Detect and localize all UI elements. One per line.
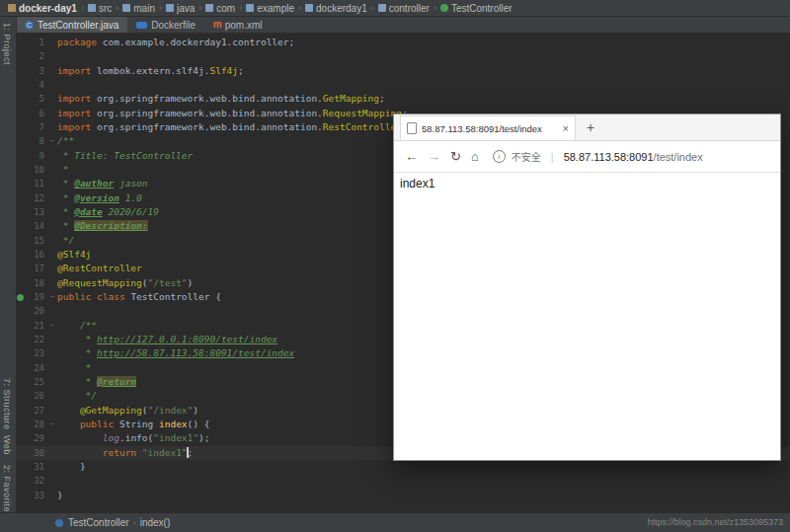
tool-button[interactable]: 2: Favorites (2, 465, 12, 517)
token: public (80, 418, 114, 429)
refresh-icon[interactable]: ↻ (450, 149, 461, 164)
token: () { (188, 418, 210, 429)
tool-button[interactable]: 1: Project (2, 23, 12, 65)
fold-icon[interactable]: − (48, 418, 57, 431)
back-icon[interactable]: ← (405, 149, 418, 164)
folder-icon (88, 4, 96, 12)
token: } (57, 461, 86, 472)
code-line[interactable]: 31 } (16, 460, 790, 474)
code-line[interactable]: 5import org.springframework.web.bind.ann… (16, 92, 790, 106)
browser-tab[interactable]: 58.87.113.58:8091/test/index × (400, 115, 576, 140)
line-number: 14 (25, 219, 48, 233)
info-icon[interactable]: i (493, 150, 506, 163)
fold-space (48, 431, 57, 445)
token: * (57, 206, 74, 217)
breadcrumb-item[interactable]: controller (376, 3, 432, 14)
token: ); (198, 432, 209, 443)
gutter-space (16, 36, 25, 49)
status-crumb[interactable]: TestController (66, 517, 131, 528)
class-icon (55, 519, 63, 527)
fold-space (48, 163, 57, 177)
gutter-space (16, 64, 25, 78)
editor-tab[interactable]: Dockerfile (127, 17, 203, 33)
gutter-space (16, 163, 25, 177)
forward-icon[interactable]: → (428, 149, 440, 164)
watermark-link: https://blog.csdn.net/z1353095373 (647, 517, 783, 527)
breadcrumb-separator: › (371, 3, 374, 13)
tab-close-icon[interactable]: × (563, 122, 569, 134)
editor-tab[interactable]: mpom.xml (204, 17, 272, 33)
token: http://58.87.113.58:8091/test/index (97, 347, 294, 358)
token: public (57, 291, 91, 302)
tool-button[interactable]: 7: Structure (2, 378, 12, 430)
tool-button[interactable]: Web (2, 435, 12, 455)
token: * (57, 220, 74, 231)
code-line[interactable]: 32 (16, 474, 790, 488)
code-text: import lombok.extern.slf4j.Slf4j; (57, 64, 790, 78)
gutter-space (16, 346, 25, 360)
fold-space (48, 205, 57, 219)
code-text (57, 78, 790, 92)
token: RequestMapping (323, 108, 402, 118)
class-icon: C (25, 21, 34, 30)
breadcrumb-label: controller (389, 3, 430, 14)
fold-icon[interactable]: − (48, 319, 57, 333)
fold-space (48, 474, 57, 488)
fold-icon[interactable]: − (48, 290, 57, 304)
token: "/index" (148, 405, 194, 416)
token: "index1" (153, 432, 198, 443)
token: @date (74, 206, 103, 217)
breadcrumb-item[interactable]: dockerday1 (303, 3, 369, 14)
token: @GetMapping (80, 405, 142, 416)
browser-tab-bar: 58.87.113.58:8091/test/index × + (394, 114, 780, 141)
breadcrumb-separator: › (198, 3, 201, 13)
code-line[interactable]: 1package com.example.dockerday1.controll… (16, 36, 790, 49)
page-icon (407, 122, 417, 134)
breadcrumb-item[interactable]: example (244, 3, 296, 14)
line-number: 10 (25, 163, 48, 177)
breadcrumb-item[interactable]: TestController (438, 3, 514, 14)
token: jason (114, 178, 147, 189)
fold-space (48, 177, 57, 190)
token (57, 405, 80, 416)
fold-space (48, 248, 57, 262)
breadcrumb-item[interactable]: main (120, 3, 157, 14)
editor-tab[interactable]: CTestController.java (16, 17, 127, 33)
token (57, 418, 80, 429)
status-crumb[interactable]: index() (138, 517, 173, 528)
browser-tab-title: 58.87.113.58:8091/test/index (422, 123, 558, 134)
address-bar[interactable]: 58.87.113.58:8091/test/index (564, 151, 703, 163)
token (57, 432, 103, 443)
fold-icon[interactable]: − (48, 134, 57, 148)
code-line[interactable]: 2 (16, 49, 790, 63)
home-icon[interactable]: ⌂ (471, 149, 479, 164)
token: @author (74, 178, 114, 189)
breadcrumb-label: java (177, 3, 195, 14)
maven-icon: m (213, 20, 221, 30)
new-tab-button[interactable]: + (576, 114, 605, 140)
line-number: 17 (25, 262, 48, 275)
url-host: 58.87.113.58:8091 (564, 151, 654, 163)
code-text: } (57, 460, 790, 474)
code-line[interactable]: 33} (16, 489, 790, 502)
fold-space (48, 346, 57, 360)
breadcrumb-item[interactable]: com (203, 3, 237, 14)
token: return (103, 447, 136, 458)
fold-space (48, 333, 57, 346)
code-line[interactable]: 4 (16, 78, 790, 92)
token: ) (193, 405, 198, 416)
breadcrumb-item[interactable]: java (164, 3, 197, 14)
breadcrumb-item[interactable]: docker-day1 (6, 3, 79, 14)
token: GetMapping (323, 93, 379, 104)
gutter-space (16, 120, 25, 134)
gutter-space (16, 92, 25, 106)
code-line[interactable]: 3import lombok.extern.slf4j.Slf4j; (16, 64, 790, 78)
code-text (57, 49, 790, 63)
breadcrumb-bar: docker-day1›src›main›java›com›example›do… (0, 0, 790, 17)
token: */ (57, 390, 97, 401)
breadcrumb-item[interactable]: src (86, 3, 114, 14)
bean-dot (17, 294, 24, 301)
fold-space (48, 120, 57, 134)
token: * (57, 192, 74, 203)
token: * (57, 376, 97, 387)
